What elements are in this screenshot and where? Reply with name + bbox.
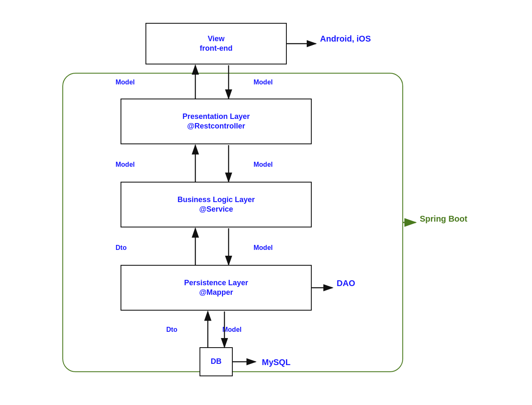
arrow-label-model-down1: Model <box>254 79 273 86</box>
arrow-label-dto-up2: Dto <box>166 326 177 333</box>
diagram-container: View front-end Presentation Layer @Restc… <box>37 11 495 394</box>
db-box: DB <box>200 347 233 376</box>
db-line1: DB <box>211 357 222 366</box>
persistence-line1: Persistence Layer <box>184 278 248 288</box>
arrow-label-dto-up1: Dto <box>116 244 127 252</box>
business-box: Business Logic Layer @Service <box>121 182 312 227</box>
view-line2: front-end <box>200 44 233 53</box>
arrow-label-model-down2: Model <box>254 161 273 168</box>
persistence-box: Persistence Layer @Mapper <box>121 265 312 311</box>
android-ios-label: Android, iOS <box>320 34 371 44</box>
arrow-label-model-down3: Model <box>254 244 273 252</box>
view-box: View front-end <box>145 23 287 64</box>
arrow-label-model-up2: Model <box>116 161 135 168</box>
view-line1: View <box>208 34 225 44</box>
presentation-line1: Presentation Layer <box>182 112 250 121</box>
arrow-label-model-up1: Model <box>116 79 135 86</box>
presentation-line2: @Restcontroller <box>187 121 245 131</box>
dao-label: DAO <box>337 279 355 288</box>
spring-boot-label: Spring Boot <box>420 214 467 224</box>
business-line1: Business Logic Layer <box>177 195 255 205</box>
mysql-label: MySQL <box>262 358 291 367</box>
arrow-label-model-down4: Model <box>222 326 241 333</box>
presentation-box: Presentation Layer @Restcontroller <box>121 99 312 144</box>
business-line2: @Service <box>199 205 233 214</box>
persistence-line2: @Mapper <box>199 288 233 297</box>
